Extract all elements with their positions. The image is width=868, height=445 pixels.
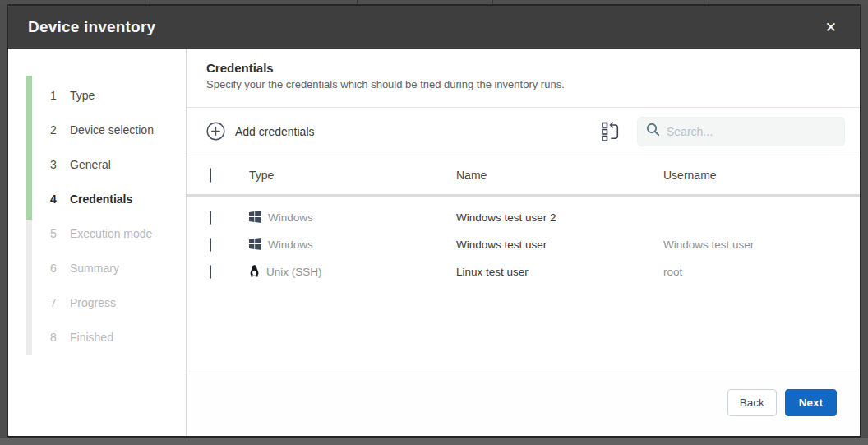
dialog-header: Device inventory ✕ (8, 6, 860, 49)
linux-tux-icon (249, 264, 260, 280)
step-number: 5 (47, 227, 60, 240)
credential-type: Windows (268, 211, 313, 224)
dialog-footer: Back Next (187, 369, 860, 436)
plus-circle-icon (206, 122, 225, 141)
dialog-title: Device inventory (28, 18, 155, 36)
wizard-steps-sidebar: 1Type 2Device selection 3General 4Creden… (8, 49, 187, 436)
page-background-strip (0, 438, 868, 445)
add-credentials-label: Add credentials (235, 125, 315, 138)
table-row: Windows Windows test user 2 (187, 204, 860, 231)
row-checkbox[interactable] (210, 211, 211, 225)
credentials-toolbar: Add credentials (187, 108, 860, 155)
step-label: Summary (70, 262, 119, 275)
progress-rail-remaining (26, 220, 32, 355)
search-field (637, 117, 845, 146)
progress-rail (26, 76, 32, 355)
step-label: Device selection (70, 123, 154, 137)
table-header-row: Type Name Username (187, 155, 860, 197)
step-label: Finished (70, 331, 113, 344)
close-icon[interactable]: ✕ (822, 17, 840, 38)
step-device-selection[interactable]: 2Device selection (8, 113, 186, 147)
row-checkbox[interactable] (210, 238, 211, 252)
row-checkbox[interactable] (210, 265, 211, 279)
toggle-columns-icon[interactable] (601, 120, 621, 142)
credential-username: Windows test user (663, 239, 860, 251)
step-number: 8 (47, 331, 60, 344)
add-credentials-button[interactable]: Add credentials (206, 122, 315, 141)
step-type[interactable]: 1Type (8, 78, 186, 113)
table-row: Unix (SSH) Linux test user root (187, 258, 860, 285)
next-button[interactable]: Next (785, 389, 837, 416)
credential-name: Linux test user (456, 266, 663, 278)
step-label: Type (70, 89, 95, 102)
search-input[interactable] (667, 125, 836, 138)
step-number: 3 (47, 158, 60, 171)
column-header-name: Name (456, 169, 663, 182)
search-icon (646, 123, 660, 140)
credentials-table-body: Windows Windows test user 2 Windows (187, 197, 860, 369)
credential-name: Windows test user (456, 239, 663, 251)
step-summary[interactable]: 6Summary (8, 251, 186, 285)
column-header-username: Username (663, 169, 860, 182)
dialog-body: 1Type 2Device selection 3General 4Creden… (8, 49, 860, 436)
credential-username: root (663, 266, 860, 278)
page-title: Credentials (206, 61, 840, 75)
wizard-step-list: 1Type 2Device selection 3General 4Creden… (8, 78, 186, 355)
device-inventory-dialog: Device inventory ✕ 1Type 2Device selecti… (7, 4, 861, 438)
step-label: Execution mode (70, 227, 152, 240)
page-subtitle: Specify your the credentials which shoul… (206, 78, 840, 90)
table-row: Windows Windows test user Windows test u… (187, 231, 860, 258)
step-credentials-active[interactable]: 4Credentials (8, 182, 186, 216)
windows-logo-icon (249, 238, 261, 253)
step-finished[interactable]: 8Finished (8, 320, 186, 355)
step-number: 2 (47, 123, 60, 137)
credential-type: Windows (268, 239, 313, 251)
progress-rail-completed (26, 76, 32, 220)
step-progress[interactable]: 7Progress (8, 285, 186, 320)
credential-name: Windows test user 2 (456, 211, 663, 224)
back-button[interactable]: Back (727, 389, 777, 416)
step-number: 1 (47, 89, 60, 102)
step-number: 4 (47, 192, 60, 206)
step-number: 7 (47, 296, 60, 309)
step-number: 6 (47, 262, 60, 275)
credential-type: Unix (SSH) (266, 266, 322, 278)
step-header: Credentials Specify your the credentials… (187, 49, 860, 108)
step-general[interactable]: 3General (8, 147, 186, 182)
windows-logo-icon (249, 211, 261, 225)
step-label: Progress (70, 296, 116, 309)
step-label: General (70, 158, 111, 171)
column-header-type: Type (249, 169, 456, 182)
step-label: Credentials (70, 192, 132, 206)
select-all-checkbox[interactable] (210, 168, 211, 183)
step-execution-mode[interactable]: 5Execution mode (8, 216, 186, 251)
step-content-panel: Credentials Specify your the credentials… (187, 49, 860, 436)
